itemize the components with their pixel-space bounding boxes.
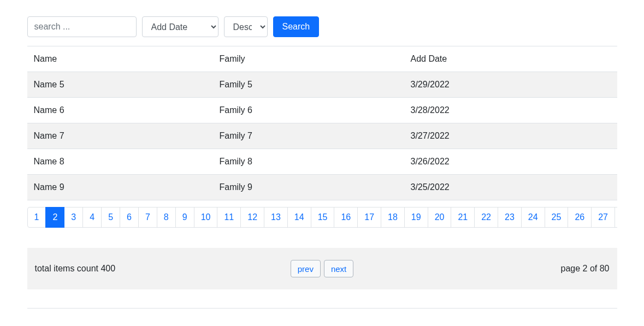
page-number-12[interactable]: 12 bbox=[240, 207, 264, 228]
search-input[interactable] bbox=[27, 16, 137, 37]
page-number-24[interactable]: 24 bbox=[521, 207, 545, 228]
page-number-8[interactable]: 8 bbox=[157, 207, 176, 228]
filter-toolbar: Add Date Desc Search bbox=[27, 0, 617, 46]
page-number-27[interactable]: 27 bbox=[591, 207, 615, 228]
page-of-label: page 2 of 80 bbox=[353, 264, 609, 274]
page-number-13[interactable]: 13 bbox=[264, 207, 288, 228]
page-number-strip-scroll[interactable]: 1234567891011121314151617181920212223242… bbox=[27, 207, 617, 228]
table-cell-family: Family 5 bbox=[213, 72, 404, 98]
table-row: Name 6Family 63/28/2022 bbox=[27, 98, 617, 123]
prev-button[interactable]: prev bbox=[291, 260, 321, 277]
page-number-1[interactable]: 1 bbox=[27, 207, 46, 228]
table-cell-add-date: 3/27/2022 bbox=[404, 123, 617, 149]
table-cell-name: Name 9 bbox=[27, 175, 213, 200]
table-cell-name: Name 7 bbox=[27, 123, 213, 149]
page-number-5[interactable]: 5 bbox=[101, 207, 120, 228]
page-number-10[interactable]: 10 bbox=[194, 207, 218, 228]
page-number-25[interactable]: 25 bbox=[545, 207, 569, 228]
table-cell-family: Family 8 bbox=[213, 149, 404, 175]
page-number-21[interactable]: 21 bbox=[451, 207, 475, 228]
page-number-7[interactable]: 7 bbox=[138, 207, 157, 228]
table-cell-family: Family 7 bbox=[213, 123, 404, 149]
page-number-23[interactable]: 23 bbox=[498, 207, 522, 228]
table-cell-family: Family 6 bbox=[213, 98, 404, 123]
page-number-28[interactable]: 28 bbox=[615, 207, 617, 228]
table-row: Name 8Family 83/26/2022 bbox=[27, 149, 617, 175]
page-number-16[interactable]: 16 bbox=[334, 207, 358, 228]
divider bbox=[27, 308, 617, 309]
table-cell-add-date: 3/29/2022 bbox=[404, 72, 617, 98]
page-number-3[interactable]: 3 bbox=[64, 207, 83, 228]
total-items-count: total items count 400 bbox=[35, 264, 291, 274]
table-row: Name 9Family 93/25/2022 bbox=[27, 175, 617, 200]
results-table: Name Family Add Date Name 5Family 53/29/… bbox=[27, 46, 617, 200]
page-number-11[interactable]: 11 bbox=[217, 207, 241, 228]
page-number-2[interactable]: 2 bbox=[45, 207, 64, 228]
page-number-14[interactable]: 14 bbox=[287, 207, 311, 228]
table-cell-name: Name 5 bbox=[27, 72, 213, 98]
table-cell-add-date: 3/25/2022 bbox=[404, 175, 617, 200]
page-number-18[interactable]: 18 bbox=[381, 207, 405, 228]
page-number-9[interactable]: 9 bbox=[175, 207, 194, 228]
table-cell-add-date: 3/28/2022 bbox=[404, 98, 617, 123]
page-number-22[interactable]: 22 bbox=[474, 207, 498, 228]
sort-order-select[interactable]: Desc bbox=[224, 16, 268, 37]
column-header-family: Family bbox=[213, 46, 404, 72]
table-row: Name 7Family 73/27/2022 bbox=[27, 123, 617, 149]
page-number-20[interactable]: 20 bbox=[428, 207, 452, 228]
page-number-26[interactable]: 26 bbox=[568, 207, 592, 228]
sort-field-select[interactable]: Add Date bbox=[142, 16, 218, 37]
next-button[interactable]: next bbox=[324, 260, 353, 277]
page-number-15[interactable]: 15 bbox=[311, 207, 335, 228]
column-header-name: Name bbox=[27, 46, 213, 72]
page-number-17[interactable]: 17 bbox=[357, 207, 381, 228]
column-header-add-date: Add Date bbox=[404, 46, 617, 72]
page-number-6[interactable]: 6 bbox=[120, 207, 139, 228]
table-cell-add-date: 3/26/2022 bbox=[404, 149, 617, 175]
table-cell-name: Name 8 bbox=[27, 149, 213, 175]
table-row: Name 5Family 53/29/2022 bbox=[27, 72, 617, 98]
page-number-19[interactable]: 19 bbox=[404, 207, 428, 228]
page-number-4[interactable]: 4 bbox=[82, 207, 102, 228]
pagination-footer: total items count 400 prev next page 2 o… bbox=[27, 248, 617, 289]
table-cell-name: Name 6 bbox=[27, 98, 213, 123]
search-button[interactable]: Search bbox=[273, 16, 320, 37]
table-cell-family: Family 9 bbox=[213, 175, 404, 200]
